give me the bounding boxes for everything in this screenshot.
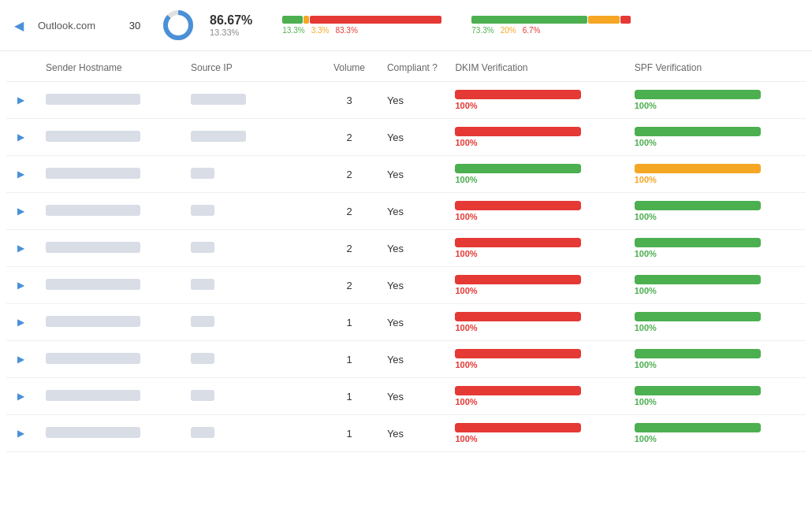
- volume-cell: 2: [319, 193, 379, 230]
- hostname-blurred: [46, 427, 140, 438]
- hostname-cell: [38, 193, 183, 230]
- dkim-cell: 100%: [447, 415, 626, 452]
- hostname-cell: [38, 341, 183, 378]
- hostname-cell: [38, 378, 183, 415]
- compliant-cell: Yes: [379, 267, 448, 304]
- dkim-bar-bg: [455, 164, 581, 173]
- ip-cell: [183, 193, 319, 230]
- hostname-cell: [38, 230, 183, 267]
- spf-cell: 100%: [627, 415, 806, 452]
- dkim-summary-bar: [282, 16, 441, 24]
- expand-row-button[interactable]: ▶: [14, 426, 28, 440]
- spf-bar-fill: [635, 386, 761, 395]
- spf-bar-bg: [635, 312, 761, 321]
- dkim-bar-fill: [455, 127, 581, 136]
- spf-bar-bg: [635, 90, 761, 99]
- expand-row-button[interactable]: ▶: [14, 130, 28, 144]
- table-row: ▶2Yes100%100%: [6, 119, 806, 156]
- volume-cell: 1: [319, 341, 379, 378]
- volume-cell: 2: [319, 230, 379, 267]
- dkim-bar-bg: [455, 386, 581, 395]
- dkim-bar-bg: [455, 90, 581, 99]
- ip-blurred: [191, 316, 214, 327]
- bar-seg-red2: [620, 16, 631, 24]
- hostname-cell: [38, 267, 183, 304]
- dkim-bar-wrap: 100%: [455, 275, 618, 295]
- compliant-cell: Yes: [379, 415, 448, 452]
- spf-bar-fill: [635, 201, 761, 210]
- spf-bar-bg: [635, 349, 761, 358]
- bar-seg-yellow: [304, 16, 309, 24]
- spf-pct-label: 100%: [635, 434, 798, 443]
- spf-bar-bg: [635, 275, 761, 284]
- col-spf: SPF Verification: [627, 51, 806, 82]
- ip-cell: [183, 119, 319, 156]
- volume-cell: 2: [319, 156, 379, 193]
- expand-row-button[interactable]: ▶: [14, 315, 28, 329]
- ip-blurred: [191, 353, 214, 364]
- dkim-summary-bar-group: 13.3% 3.3% 83.3%: [282, 16, 441, 35]
- spf-label-yellow: 20%: [501, 26, 516, 35]
- compliant-cell: Yes: [379, 119, 448, 156]
- table-row: ▶1Yes100%100%: [6, 341, 806, 378]
- donut-chart: [161, 8, 196, 43]
- expand-row-button[interactable]: ▶: [14, 241, 28, 255]
- dkim-bar-bg: [455, 238, 581, 247]
- spf-cell: 100%: [627, 267, 806, 304]
- spf-pct-label: 100%: [635, 175, 798, 184]
- col-compliant: Compliant ?: [379, 51, 448, 82]
- hostname-blurred: [46, 131, 140, 142]
- hostname-cell: [38, 304, 183, 341]
- spf-bar-wrap: 100%: [635, 423, 798, 443]
- spf-pct-label: 100%: [635, 397, 798, 406]
- back-arrow-icon[interactable]: ◀: [14, 18, 24, 33]
- spf-pct-label: 100%: [635, 138, 798, 147]
- dkim-pct-label: 100%: [455, 212, 618, 221]
- col-sender-hostname: Sender Hostname: [38, 51, 183, 82]
- bar-label-yellow: 3.3%: [311, 26, 330, 35]
- hostname-cell: [38, 156, 183, 193]
- dkim-cell: 100%: [447, 193, 626, 230]
- expand-row-button[interactable]: ▶: [14, 278, 28, 292]
- spf-pct-label: 100%: [635, 286, 798, 295]
- table-row: ▶2Yes100%100%: [6, 193, 806, 230]
- ip-cell: [183, 304, 319, 341]
- dkim-cell: 100%: [447, 119, 626, 156]
- dkim-bar-fill: [455, 312, 581, 321]
- table-row: ▶2Yes100%100%: [6, 267, 806, 304]
- expand-row-button[interactable]: ▶: [14, 93, 28, 107]
- dkim-bar-fill: [455, 201, 581, 210]
- dkim-bar-wrap: 100%: [455, 164, 618, 184]
- hostname-blurred: [46, 168, 140, 179]
- spf-bar-wrap: 100%: [635, 386, 798, 406]
- dkim-bar-bg: [455, 423, 581, 432]
- ip-blurred: [191, 279, 214, 290]
- ip-blurred: [191, 168, 214, 179]
- expand-row-button[interactable]: ▶: [14, 352, 28, 366]
- bar-label-green: 13.3%: [282, 26, 304, 35]
- spf-bar-wrap: 100%: [635, 164, 798, 184]
- spf-bar-bg: [635, 386, 761, 395]
- table-row: ▶1Yes100%100%: [6, 415, 806, 452]
- dkim-bar-bg: [455, 349, 581, 358]
- dkim-bar-fill: [455, 349, 581, 358]
- compliance-percentages: 86.67% 13.33%: [210, 13, 252, 37]
- expand-row-button[interactable]: ▶: [14, 167, 28, 181]
- spf-bar-wrap: 100%: [635, 90, 798, 110]
- spf-bar-bg: [635, 238, 761, 247]
- spf-bar-fill: [635, 349, 761, 358]
- dkim-bar-wrap: 100%: [455, 386, 618, 406]
- dkim-pct-label: 100%: [455, 360, 618, 369]
- table-row: ▶1Yes100%100%: [6, 378, 806, 415]
- expand-row-button[interactable]: ▶: [14, 389, 28, 403]
- ip-blurred: [191, 205, 214, 216]
- spf-cell: 100%: [627, 341, 806, 378]
- expand-row-button[interactable]: ▶: [14, 204, 28, 218]
- spf-pct-label: 100%: [635, 101, 798, 110]
- spf-bar-bg: [635, 201, 761, 210]
- col-volume: Volume: [319, 51, 379, 82]
- col-dkim: DKIM Verification: [447, 51, 626, 82]
- dkim-bar-fill: [455, 423, 581, 432]
- spf-cell: 100%: [627, 304, 806, 341]
- ip-blurred: [191, 131, 246, 142]
